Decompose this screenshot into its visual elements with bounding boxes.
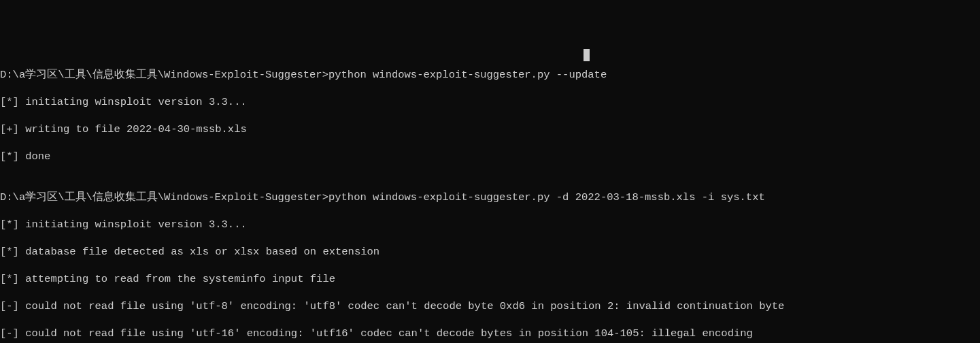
terminal-line: [*] initiating winsploit version 3.3... [0,95,980,109]
terminal-line: D:\a学习区\工具\信息收集工具\Windows-Exploit-Sugges… [0,191,980,204]
terminal-line: [*] done [0,150,980,163]
terminal-line: [-] could not read file using 'utf-16' e… [0,327,980,340]
text-cursor [584,49,590,61]
terminal-output[interactable]: D:\a学习区\工具\信息收集工具\Windows-Exploit-Sugges… [0,54,980,343]
terminal-line: [*] database file detected as xls or xls… [0,245,980,259]
terminal-line: [*] attempting to read from the systemin… [0,272,980,286]
terminal-line: [+] writing to file 2022-04-30-mssb.xls [0,122,980,136]
terminal-line: [-] could not read file using 'utf-8' en… [0,299,980,313]
terminal-line: [*] initiating winsploit version 3.3... [0,218,980,231]
terminal-line: D:\a学习区\工具\信息收集工具\Windows-Exploit-Sugges… [0,68,980,82]
